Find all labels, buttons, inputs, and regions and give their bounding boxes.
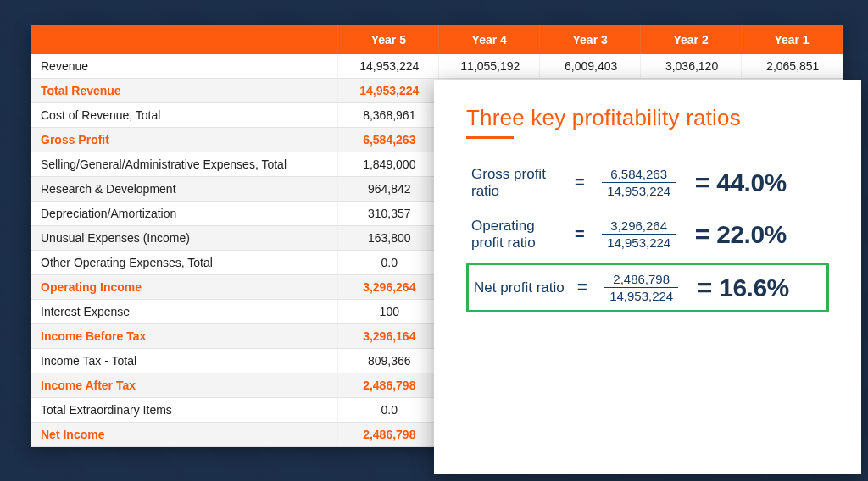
profitability-ratios-card: Three key profitability ratios Gross pro…: [434, 80, 861, 474]
ratio-row: Gross profit ratio=6,584,26314,953,224=4…: [466, 159, 829, 206]
equals-sign: =: [695, 169, 710, 197]
col-header-year2: Year 2: [641, 25, 742, 54]
row-value: 14,953,224: [338, 54, 439, 79]
equals-sign: =: [698, 274, 713, 302]
ratio-label: Gross profit ratio: [471, 166, 565, 199]
row-value: 8,368,961: [338, 103, 439, 128]
row-label: Other Operating Expenses, Total: [31, 251, 338, 275]
row-label: Depreciation/Amortization: [31, 202, 338, 226]
ratio-row: Net profit ratio=2,486,79814,953,224=16.…: [466, 263, 829, 312]
row-value: 11,055,192: [439, 54, 540, 79]
ratio-label: Operating profit ratio: [471, 218, 565, 251]
row-value: 2,486,798: [338, 373, 439, 398]
row-label: Total Extraordinary Items: [31, 398, 338, 423]
equals-sign: =: [575, 224, 585, 244]
row-value: 809,366: [338, 349, 439, 373]
ratio-numerator: 6,584,263: [605, 167, 672, 182]
row-value: 0.0: [338, 251, 439, 275]
ratio-result: 44.0%: [716, 169, 787, 197]
row-value: 163,800: [338, 226, 439, 251]
ratio-numerator: 3,296,264: [605, 218, 672, 234]
ratio-numerator: 2,486,798: [608, 272, 675, 287]
row-value: 6,009,403: [540, 54, 641, 79]
col-header-year1: Year 1: [742, 25, 843, 54]
row-label: Operating Income: [31, 275, 338, 300]
ratio-fraction: 2,486,79814,953,224: [598, 272, 686, 303]
row-value: 3,296,164: [338, 324, 439, 349]
row-value: 100: [338, 300, 439, 324]
row-label: Research & Development: [31, 177, 338, 202]
row-label: Revenue: [31, 54, 338, 79]
ratio-denominator: 14,953,224: [602, 182, 676, 198]
row-label: Net Income: [31, 423, 338, 447]
ratio-result: 22.0%: [716, 220, 787, 249]
row-value: 6,584,263: [338, 128, 439, 152]
ratio-denominator: 14,953,224: [602, 234, 676, 250]
card-title-underline: [466, 136, 514, 139]
equals-sign: =: [577, 278, 587, 297]
row-label: Selling/General/Administrative Expenses,…: [31, 152, 338, 177]
row-label: Unusual Expenses (Income): [31, 226, 338, 251]
row-value: 310,357: [338, 202, 439, 226]
table-row: Revenue14,953,22411,055,1926,009,4033,03…: [31, 54, 843, 79]
col-header-year3: Year 3: [540, 25, 641, 54]
col-header-year5: Year 5: [338, 25, 439, 54]
ratio-fraction: 6,584,26314,953,224: [595, 167, 683, 198]
row-value: 964,842: [338, 177, 439, 202]
row-label: Total Revenue: [31, 79, 338, 103]
equals-sign: =: [575, 173, 585, 192]
row-label: Income Tax - Total: [31, 349, 338, 373]
row-value: 0.0: [338, 398, 439, 423]
row-label: Income After Tax: [31, 373, 338, 398]
col-header-blank: [31, 25, 338, 54]
row-value: 3,036,120: [641, 54, 742, 79]
row-value: 2,486,798: [338, 423, 439, 447]
row-value: 1,849,000: [338, 152, 439, 177]
row-label: Income Before Tax: [31, 324, 338, 349]
equals-sign: =: [695, 220, 710, 249]
ratio-label: Net profit ratio: [474, 279, 567, 296]
ratio-denominator: 14,953,224: [604, 287, 678, 303]
row-label: Gross Profit: [31, 128, 338, 152]
ratio-row: Operating profit ratio=3,296,26414,953,2…: [466, 211, 829, 257]
ratio-fraction: 3,296,26414,953,224: [595, 218, 683, 250]
row-label: Interest Expense: [31, 300, 338, 324]
ratio-result: 16.6%: [719, 274, 789, 302]
card-title: Three key profitability ratios: [466, 105, 829, 131]
col-header-year4: Year 4: [439, 25, 540, 54]
row-label: Cost of Revenue, Total: [31, 103, 338, 128]
row-value: 3,296,264: [338, 275, 439, 300]
row-value: 14,953,224: [338, 79, 439, 103]
row-value: 2,065,851: [742, 54, 843, 79]
